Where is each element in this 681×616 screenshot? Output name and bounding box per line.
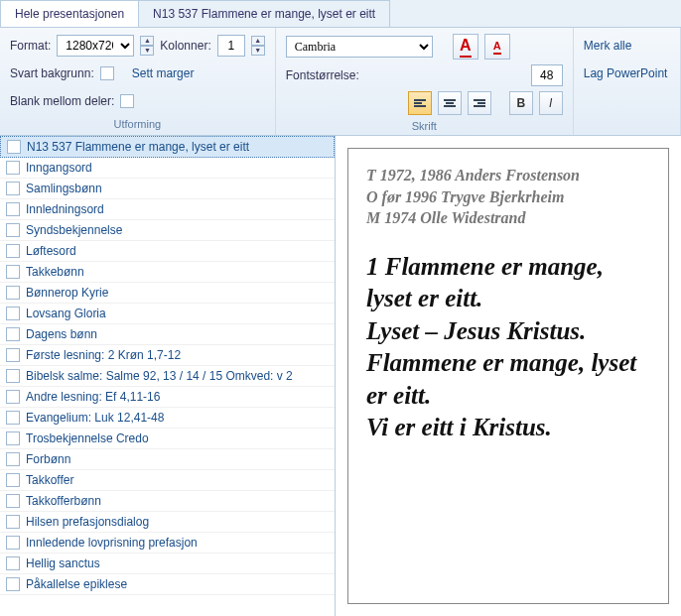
list-item-label: Innledningsord	[26, 202, 104, 216]
list-item-checkbox[interactable]	[6, 431, 20, 445]
list-item[interactable]: Takkoffer	[0, 470, 335, 491]
list-item[interactable]: N13 537 Flammene er mange, lyset er eitt	[0, 136, 335, 158]
list-item-label: Evangelium: Luk 12,41-48	[26, 411, 164, 425]
list-item-checkbox[interactable]	[6, 577, 20, 591]
preview-pane: T 1972, 1986 Anders Frostenson O før 199…	[336, 136, 681, 616]
blackbg-checkbox[interactable]	[100, 66, 114, 80]
list-item[interactable]: Hilsen prefasjonsdialog	[0, 512, 335, 533]
list-item-checkbox[interactable]	[6, 244, 20, 258]
group-font-title: Skrift	[286, 117, 563, 133]
list-item-label: Hilsen prefasjonsdialog	[26, 515, 149, 529]
blackbg-label: Svart bakgrunn:	[10, 66, 94, 80]
verse-line: Vi er eitt i Kristus.	[366, 412, 650, 444]
list-item[interactable]: Lovsang Gloria	[0, 304, 335, 324]
list-item-checkbox[interactable]	[6, 536, 20, 550]
list-item-label: Løftesord	[26, 244, 76, 258]
list-item-checkbox[interactable]	[6, 286, 20, 300]
list-item-label: Andre lesning: Ef 4,11-16	[26, 390, 160, 404]
list-item-checkbox[interactable]	[7, 140, 21, 154]
list-item[interactable]: Bibelsk salme: Salme 92, 13 / 14 / 15 Om…	[0, 366, 335, 387]
credit-line: M 1974 Olle Widestrand	[366, 207, 650, 229]
slide-preview: T 1972, 1986 Anders Frostenson O før 199…	[347, 148, 669, 604]
group-design-title: Utforming	[10, 115, 265, 131]
mark-all-link[interactable]: Merk alle	[584, 39, 632, 53]
credit-line: O før 1996 Trygve Bjerkrheim	[366, 186, 650, 208]
item-list[interactable]: N13 537 Flammene er mange, lyset er eitt…	[0, 136, 336, 616]
list-item-checkbox[interactable]	[6, 494, 20, 508]
list-item-label: N13 537 Flammene er mange, lyset er eitt	[27, 140, 249, 154]
list-item[interactable]: Inngangsord	[0, 158, 335, 179]
list-item-checkbox[interactable]	[6, 390, 20, 404]
make-powerpoint-link[interactable]: Lag PowerPoint	[584, 66, 668, 80]
list-item[interactable]: Takkebønn	[0, 262, 335, 283]
verse-line: Flammene er mange, lyset er eitt.	[366, 347, 650, 412]
list-item-label: Dagens bønn	[26, 327, 97, 341]
format-spin[interactable]: ▲▼	[140, 36, 154, 56]
list-item-checkbox[interactable]	[6, 411, 20, 425]
list-item[interactable]: Bønnerop Kyrie	[0, 283, 335, 304]
blank-between-label: Blank mellom deler:	[10, 94, 114, 108]
list-item[interactable]: Første lesning: 2 Krøn 1,7-12	[0, 345, 335, 366]
list-item-label: Takkebønn	[26, 265, 84, 279]
list-item[interactable]: Samlingsbønn	[0, 179, 335, 199]
list-item-checkbox[interactable]	[6, 265, 20, 279]
blank-between-checkbox[interactable]	[120, 94, 134, 108]
list-item-checkbox[interactable]	[6, 161, 20, 175]
list-item-checkbox[interactable]	[6, 369, 20, 383]
decrease-font-button[interactable]: A	[484, 34, 510, 60]
tab-whole-presentation[interactable]: Hele presentasjonen	[0, 0, 139, 27]
verse-line: Lyset – Jesus Kristus.	[366, 315, 650, 348]
bold-button[interactable]: B	[509, 91, 533, 115]
list-item-checkbox[interactable]	[6, 515, 20, 529]
list-item-label: Påkallelse epiklese	[26, 577, 127, 591]
columns-spin[interactable]: ▲▼	[251, 36, 265, 56]
list-item-checkbox[interactable]	[6, 327, 20, 341]
list-item-label: Bibelsk salme: Salme 92, 13 / 14 / 15 Om…	[26, 369, 293, 383]
list-item[interactable]: Trosbekjennelse Credo	[0, 429, 335, 449]
list-item-label: Lovsang Gloria	[26, 307, 106, 320]
list-item-label: Inngangsord	[26, 161, 92, 175]
list-item[interactable]: Hellig sanctus	[0, 554, 335, 574]
list-item-checkbox[interactable]	[6, 307, 20, 320]
list-item-label: Første lesning: 2 Krøn 1,7-12	[26, 348, 181, 362]
ribbon: Format: 1280x720 ▲▼ Kolonner: ▲▼ Svart b…	[0, 28, 681, 136]
list-item-checkbox[interactable]	[6, 223, 20, 237]
list-item-checkbox[interactable]	[6, 182, 20, 195]
format-select[interactable]: 1280x720	[57, 35, 134, 57]
list-item[interactable]: Forbønn	[0, 449, 335, 470]
list-item[interactable]: Syndsbekjennelse	[0, 220, 335, 241]
list-item[interactable]: Takkofferbønn	[0, 491, 335, 512]
list-item-label: Innledende lovprisning prefasjon	[26, 536, 198, 550]
list-item[interactable]: Evangelium: Luk 12,41-48	[0, 408, 335, 429]
list-item-checkbox[interactable]	[6, 473, 20, 487]
columns-input[interactable]	[217, 35, 245, 57]
align-center-button[interactable]	[438, 91, 462, 115]
list-item-checkbox[interactable]	[6, 202, 20, 216]
align-right-button[interactable]	[468, 91, 491, 115]
list-item-label: Takkoffer	[26, 473, 73, 487]
italic-button[interactable]: I	[539, 91, 563, 115]
tab-bar: Hele presentasjonen N13 537 Flammene er …	[0, 0, 681, 28]
tab-current-item[interactable]: N13 537 Flammene er mange, lyset er eitt	[139, 0, 390, 27]
list-item-label: Hellig sanctus	[26, 556, 100, 570]
list-item[interactable]: Innledende lovprisning prefasjon	[0, 533, 335, 554]
columns-label: Kolonner:	[160, 39, 210, 53]
set-margins-link[interactable]: Sett marger	[132, 66, 195, 80]
list-item-checkbox[interactable]	[6, 556, 20, 570]
list-item-checkbox[interactable]	[6, 348, 20, 362]
list-item-label: Trosbekjennelse Credo	[26, 431, 149, 445]
font-family-select[interactable]: Cambria	[286, 36, 433, 58]
list-item-label: Forbønn	[26, 452, 70, 466]
list-item[interactable]: Dagens bønn	[0, 324, 335, 345]
list-item[interactable]: Innledningsord	[0, 199, 335, 220]
list-item-label: Syndsbekjennelse	[26, 223, 122, 237]
increase-font-button[interactable]: A	[453, 34, 478, 60]
verse-line: 1 Flammene er mange, lyset er eitt.	[366, 251, 650, 315]
list-item-label: Samlingsbønn	[26, 182, 102, 195]
list-item-checkbox[interactable]	[6, 452, 20, 466]
fontsize-input[interactable]	[531, 64, 563, 86]
list-item[interactable]: Andre lesning: Ef 4,11-16	[0, 387, 335, 408]
list-item[interactable]: Løftesord	[0, 241, 335, 262]
list-item[interactable]: Påkallelse epiklese	[0, 574, 335, 595]
align-left-button[interactable]	[408, 91, 432, 115]
